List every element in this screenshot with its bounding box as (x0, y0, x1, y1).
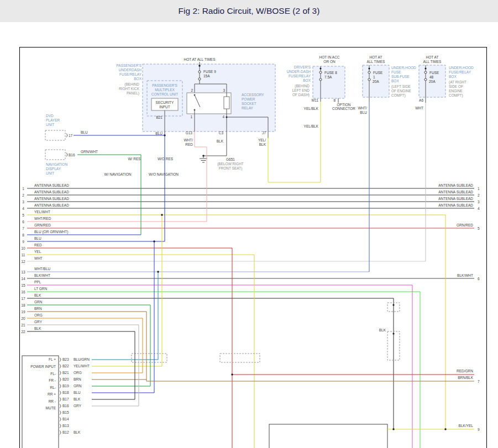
junction-dot (444, 428, 446, 430)
pin-id-label: B21 (62, 371, 69, 375)
pin-id-label: B14 (62, 417, 69, 421)
underhood-subfuse-group: HOT AT ALL TIMES FUSE 1 20A WHT/ BLU UND… (358, 55, 416, 114)
wire-row-right-number: 4 (478, 207, 480, 210)
wire-row-number: 17 (21, 297, 25, 301)
wire-row-label: WHT/RED (34, 217, 51, 220)
junction-dot (319, 67, 321, 69)
pin-bracket-icon (60, 411, 61, 415)
passenger-box-label: PASSENGER'S (116, 64, 141, 67)
driver-box-label: FUSE/RELAY (289, 74, 311, 78)
wire-row-label: LT GRN (34, 287, 48, 291)
amplifier-outline (269, 424, 387, 448)
wire-row-number: 8 (22, 233, 24, 237)
connector-a6-label: A6 (419, 98, 423, 102)
connector-m11-label: M11 (312, 98, 319, 102)
option-connector-label: OPTION (337, 103, 351, 107)
right-tag-label: BLK/YEL (459, 424, 474, 428)
wire-row-number: 10 (21, 246, 25, 250)
power-input-side-label: RR - (49, 399, 56, 403)
dvd-unit-outline (45, 130, 65, 140)
fuse48-label: FUSE (429, 71, 439, 75)
power-input-side-label: RL- (50, 386, 56, 389)
right-tag-number: 9 (478, 428, 480, 431)
fuse8-label: FUSE 8 (324, 71, 337, 75)
driver-box-note: OF DASH) (292, 93, 310, 97)
connector-g13-label: G13 (186, 131, 193, 135)
wire-row-number: 5 (22, 213, 24, 217)
wire-row-label: YEL (34, 250, 41, 254)
pin-wire-label: BLU (74, 391, 81, 394)
pin-bracket-icon (66, 153, 67, 157)
power-input-side-label: FR - (49, 378, 56, 382)
wire-row-right-number: 1 (478, 187, 480, 191)
wire-row-right-number: 3 (478, 200, 480, 204)
pin-id-label: B17 (62, 397, 69, 401)
wire-rows: ANTENNA SUBLEAD1ANTENNA SUBLEAD1ANTENNA … (21, 183, 480, 334)
relay-pin-3: 3 (223, 88, 225, 92)
security-input-label: SECURITY (156, 101, 175, 104)
ground-g651-label: G651 (226, 157, 235, 161)
without-navigation-label: W/O NAVIGATION (149, 172, 179, 176)
relay-outline (187, 93, 231, 114)
junction-dot (198, 65, 200, 66)
relay-name-label: SOCKET (242, 102, 256, 106)
driver-underdash-group: HOT IN ACC OR ON FUSE 8 7.5A M11 8 OPTIO… (268, 55, 355, 182)
dvd-unit-label: PLAYER (46, 118, 60, 122)
junction-dot (157, 271, 159, 272)
pin-bracket-icon (60, 391, 61, 395)
junction-dot (392, 428, 394, 430)
multiplex-label: CONTROL UNIT (151, 92, 179, 96)
fuse48-number-label: 48 (429, 75, 434, 79)
wire-yelblk (268, 102, 321, 182)
pin-bracket-icon (60, 371, 61, 375)
pin-bracket-icon (66, 134, 67, 138)
wire-row-number: 14 (21, 277, 25, 281)
wire-row-right-number: 6 (478, 277, 480, 281)
dvd-unit-label: DVD (46, 114, 54, 118)
wire-row-label: WHT/BLU (34, 267, 51, 271)
wire-row-number: 9 (22, 240, 24, 244)
subfuse-box-label: SUB-FUSE (391, 75, 410, 78)
wire-yelblk-label: YEL/BLK (304, 107, 319, 110)
wire-row-right-label: ANTENNA SUBLEAD (438, 203, 473, 207)
pin-id-label: B18 (62, 391, 69, 394)
driver-box-label: UNDER-DASH (287, 70, 311, 73)
wire-row-number: 13 (21, 270, 25, 274)
power-input-side-label: MUTE (46, 406, 56, 410)
right-edge-tags: RED/GRNBRN/BLK7BLK/YEL9 (146, 369, 480, 431)
subfuse-box-note: COMPT) (391, 93, 406, 98)
hot-at-all-times-label: ALL TIMES (423, 60, 442, 64)
right-tag-label: RED/GRN (457, 369, 473, 373)
wire-row-label: WHT (34, 256, 43, 260)
wire-row-label: BLK (34, 293, 41, 297)
wire-grnwht-label: GRN/WHT (81, 150, 98, 154)
pin-id-label: B20 (62, 377, 69, 381)
pin-17-label: 17 (69, 134, 73, 138)
pin-id-label: B22 (62, 364, 69, 368)
wire-wht-label: WHT (415, 106, 423, 110)
pin-id-label: B23 (62, 357, 69, 361)
fuse1-label: FUSE (373, 71, 383, 75)
wire-row-label: ANTENNA SUBLEAD (34, 190, 69, 194)
pin-bracket-icon (60, 384, 61, 388)
relay-pin-4: 4 (222, 115, 224, 119)
wire-row-right-number: 2 (478, 193, 480, 197)
wire-row-number: 2 (22, 193, 24, 197)
relay-name-label: POWER (242, 97, 255, 101)
with-navigation-label: W/ NAVIGATION (104, 172, 132, 176)
wire-row-label: BLK/WHT (34, 273, 50, 277)
junction-dot (231, 373, 233, 375)
wire-row-right-number: 5 (478, 226, 480, 230)
wire-row-label: BLU (OR GRN/WHT) (34, 230, 68, 234)
underhood-box-label: UNDER-HOOD (449, 66, 474, 70)
wire-row-right-label: ANTENNA SUBLEAD (438, 183, 473, 187)
subfuse-box-note: OF ENGINE (391, 89, 411, 93)
without-res-label: W/O RES (158, 157, 174, 161)
relay-pin-2: 2 (191, 88, 193, 92)
wire-row-number: 12 (21, 260, 25, 263)
underhood-box-note: (AT RIGHT (449, 80, 466, 85)
driver-box-note: LEFT END (292, 88, 310, 92)
pin-wire-label: BLK (74, 430, 81, 434)
wire-blk-label: BLK (217, 139, 224, 143)
wire-row-number: 20 (21, 317, 25, 320)
